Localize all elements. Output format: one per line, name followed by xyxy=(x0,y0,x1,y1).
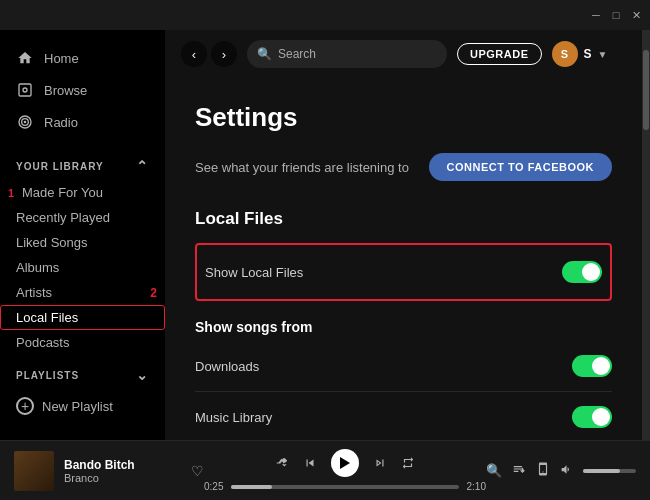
user-chevron-icon[interactable]: ▼ xyxy=(598,49,608,60)
track-name: Bando Bitch xyxy=(64,458,175,472)
title-bar: ─ □ ✕ xyxy=(0,0,650,30)
devices-button[interactable] xyxy=(536,462,550,479)
new-playlist-button[interactable]: + New Playlist xyxy=(0,389,165,423)
facebook-row: See what your friends are listening to C… xyxy=(195,153,612,181)
plus-circle-icon: + xyxy=(16,397,34,415)
search-icon-btn[interactable]: 🔍 xyxy=(486,463,502,478)
forward-button[interactable]: › xyxy=(211,41,237,67)
prev-button[interactable] xyxy=(303,456,317,470)
topbar: ‹ › 🔍 UPGRADE S S ▼ xyxy=(165,30,642,78)
album-art-image xyxy=(14,451,54,491)
minimize-button[interactable]: ─ xyxy=(590,9,602,21)
svg-rect-0 xyxy=(19,84,31,96)
upgrade-button[interactable]: UPGRADE xyxy=(457,43,542,65)
queue-button[interactable] xyxy=(512,462,526,479)
maximize-button[interactable]: □ xyxy=(610,9,622,21)
browse-icon xyxy=(16,81,34,99)
play-button[interactable] xyxy=(331,449,359,477)
svg-point-4 xyxy=(24,121,25,122)
sidebar-item-albums[interactable]: Albums xyxy=(0,255,165,280)
nav-arrows: ‹ › xyxy=(181,41,237,67)
downloads-row: Downloads xyxy=(195,341,612,392)
user-area[interactable]: S S ▼ xyxy=(552,41,608,67)
sidebar: Home Browse Radio YOUR LIBRARY ⌃ xyxy=(0,30,165,440)
your-library-label: YOUR LIBRARY ⌃ xyxy=(0,146,165,180)
music-library-label: Music Library xyxy=(195,410,272,425)
artists-badge: 2 xyxy=(150,286,157,300)
volume-bar[interactable] xyxy=(583,469,636,473)
sidebar-item-local-files[interactable]: Local Files xyxy=(0,305,165,330)
connect-facebook-button[interactable]: CONNECT TO FACEBOOK xyxy=(429,153,612,181)
back-button[interactable]: ‹ xyxy=(181,41,207,67)
show-local-files-box: Show Local Files xyxy=(195,243,612,301)
time-total: 2:10 xyxy=(467,481,486,492)
music-library-toggle[interactable] xyxy=(572,406,612,428)
track-info: Bando Bitch Branco xyxy=(64,458,175,484)
show-songs-from-label: Show songs from xyxy=(195,319,612,335)
facebook-desc: See what your friends are listening to xyxy=(195,160,409,175)
chevron-up-icon[interactable]: ⌃ xyxy=(136,158,149,174)
downloads-label: Downloads xyxy=(195,359,259,374)
album-art xyxy=(14,451,54,491)
downloads-toggle[interactable] xyxy=(572,355,612,377)
settings-title: Settings xyxy=(195,102,612,133)
svg-point-1 xyxy=(23,88,27,92)
avatar: S xyxy=(552,41,578,67)
player-controls: 0:25 2:10 xyxy=(204,449,486,492)
user-name: S xyxy=(584,47,592,61)
sidebar-item-browse[interactable]: Browse xyxy=(0,74,165,106)
shuffle-button[interactable] xyxy=(275,456,289,470)
player-bar: Bando Bitch Branco ♡ 0:25 xyxy=(0,440,650,500)
home-icon xyxy=(16,49,34,67)
show-local-files-toggle[interactable] xyxy=(562,261,602,283)
radio-icon xyxy=(16,113,34,131)
close-button[interactable]: ✕ xyxy=(630,9,642,21)
sidebar-item-liked-songs[interactable]: Liked Songs xyxy=(0,230,165,255)
progress-fill xyxy=(231,485,272,489)
settings-content: Settings See what your friends are liste… xyxy=(165,78,642,440)
search-icon: 🔍 xyxy=(257,47,272,61)
sidebar-item-made-for-you[interactable]: 1 Made For You xyxy=(0,180,165,205)
title-bar-controls: ─ □ ✕ xyxy=(590,9,642,21)
search-input[interactable] xyxy=(278,47,437,61)
svg-marker-5 xyxy=(340,457,350,469)
scrollbar-thumb[interactable] xyxy=(643,50,649,130)
search-bar[interactable]: 🔍 xyxy=(247,40,447,68)
right-controls: 🔍 xyxy=(486,462,636,479)
playlists-label: PLAYLISTS ⌄ xyxy=(0,355,165,389)
sidebar-item-podcasts[interactable]: Podcasts xyxy=(0,330,165,355)
time-elapsed: 0:25 xyxy=(204,481,223,492)
music-library-row: Music Library xyxy=(195,392,612,440)
content-area: ‹ › 🔍 UPGRADE S S ▼ Settings See what yo… xyxy=(165,30,642,440)
sidebar-item-radio[interactable]: Radio xyxy=(0,106,165,138)
show-local-files-row: Show Local Files xyxy=(205,247,602,297)
now-playing: Bando Bitch Branco ♡ xyxy=(14,451,204,491)
repeat-button[interactable] xyxy=(401,456,415,470)
heart-icon[interactable]: ♡ xyxy=(191,463,204,479)
track-artist: Branco xyxy=(64,472,175,484)
progress-bar-area: 0:25 2:10 xyxy=(204,481,486,492)
progress-track[interactable] xyxy=(231,485,458,489)
sidebar-item-home[interactable]: Home xyxy=(0,42,165,74)
sidebar-nav: Home Browse Radio xyxy=(0,30,165,146)
show-local-files-label: Show Local Files xyxy=(205,265,303,280)
control-buttons xyxy=(275,449,415,477)
local-files-heading: Local Files xyxy=(195,209,612,229)
sidebar-item-recently-played[interactable]: Recently Played xyxy=(0,205,165,230)
sidebar-item-artists[interactable]: Artists 2 xyxy=(0,280,165,305)
chevron-down-icon[interactable]: ⌄ xyxy=(136,367,149,383)
volume-fill xyxy=(583,469,620,473)
next-button[interactable] xyxy=(373,456,387,470)
scrollbar[interactable] xyxy=(642,30,650,440)
app-body: Home Browse Radio YOUR LIBRARY ⌃ xyxy=(0,30,650,440)
volume-icon[interactable] xyxy=(560,463,573,479)
